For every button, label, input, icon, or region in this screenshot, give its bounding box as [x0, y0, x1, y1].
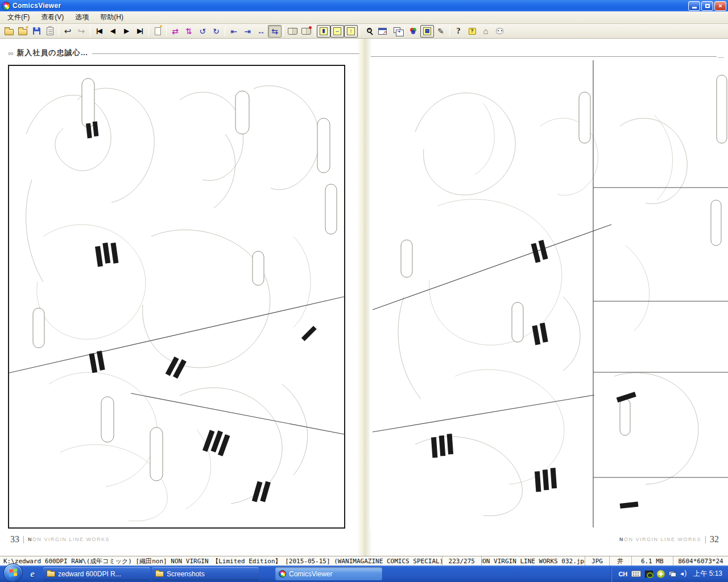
undo-icon: ↩	[64, 27, 72, 35]
header-rule	[92, 53, 359, 54]
language-indicator[interactable]: CH	[618, 571, 627, 577]
taskbar-task-screenshots[interactable]: Screenshots	[152, 567, 259, 580]
flip-horizontal-button[interactable]: ⇄	[168, 25, 182, 38]
trim-left-button[interactable]: ⇤	[227, 25, 241, 38]
open-archive-button[interactable]	[16, 25, 30, 38]
menu-help[interactable]: 帮助(H)	[95, 11, 129, 23]
network-icon[interactable]	[669, 571, 676, 577]
status-archive-path: K:\zedward 600DPI RAW\(成年コミック) [織田non] N…	[0, 556, 442, 566]
flip-vertical-button[interactable]: ⇅	[182, 25, 196, 38]
open-file-button[interactable]	[2, 25, 16, 38]
toolbar-separator	[359, 26, 360, 36]
antivirus-icon[interactable]	[657, 570, 665, 578]
footer-divider	[705, 536, 706, 543]
internet-explorer-icon[interactable]: e	[26, 568, 39, 580]
redo-button[interactable]: ↪	[75, 25, 88, 38]
clock: 上午 5:13	[693, 569, 722, 579]
tips-button[interactable]: ?	[465, 25, 479, 38]
extract-page-button[interactable]	[151, 25, 164, 38]
flip-v-icon: ⇅	[185, 27, 192, 35]
undo-button[interactable]: ↩	[61, 25, 75, 38]
save-button[interactable]	[30, 25, 43, 38]
home-g-icon: ⌂	[483, 27, 488, 35]
task-button-area: zedward 600DPI R...ScreenshotsComicsView…	[43, 567, 384, 580]
fit-page-button[interactable]: ▮	[317, 25, 330, 38]
mascot-icon	[496, 28, 503, 34]
toolbar-separator	[449, 26, 450, 36]
bookmark-open-button[interactable]	[286, 25, 299, 38]
edit-settings-button[interactable]: ✎	[434, 25, 448, 38]
bookmark-add-button[interactable]	[299, 25, 313, 38]
save-as-button[interactable]	[43, 25, 57, 38]
menu-options[interactable]: 选项	[70, 11, 94, 23]
book-red-icon	[301, 28, 311, 35]
task-label: zedward 600DPI R...	[58, 570, 121, 578]
menu-file[interactable]: 文件(F)	[2, 11, 35, 23]
close-button[interactable]: ×	[714, 1, 726, 11]
start-button[interactable]	[3, 563, 23, 582]
status-page-position: 223/275	[442, 556, 482, 566]
keyboard-icon[interactable]	[631, 571, 641, 577]
resize-window-button[interactable]	[375, 25, 389, 38]
color-adjust-button[interactable]	[407, 25, 420, 38]
two-page-mode-button[interactable]: ⇆	[268, 25, 282, 38]
menu-bar: 文件(F) 查看(V) 选项 帮助(H)	[0, 11, 728, 24]
rotate-left-button[interactable]: ↺	[196, 25, 209, 38]
prev-page-button[interactable]: ◀	[106, 25, 119, 38]
right-page-number: 32	[710, 534, 719, 544]
stretch-width-button[interactable]: ↔	[254, 25, 268, 38]
homepage-button[interactable]: ⌂	[479, 25, 493, 38]
fit-icon: ▮	[320, 27, 328, 35]
fit-icon: ▤	[423, 27, 431, 35]
page-list-button[interactable]	[389, 25, 403, 38]
footer-label-rest: ON VIRGIN LINE WORKS	[624, 537, 701, 542]
taskbar: e zedward 600DPI R...ScreenshotsComicsVi…	[0, 566, 728, 582]
status-format: JPG	[585, 556, 610, 566]
trim-right-icon: ⇥	[244, 27, 251, 35]
last-page-button[interactable]: ▶|	[133, 25, 147, 38]
status-mode: 井	[610, 556, 632, 566]
left-page-artwork	[8, 65, 345, 529]
toolbar-separator	[166, 26, 167, 36]
zoom-button[interactable]	[362, 25, 375, 38]
comic-spread-view[interactable]: ∞ 新入社員の忠誠心… …	[0, 39, 728, 556]
fit-width-button[interactable]: ↔	[330, 25, 344, 38]
trim-right-button[interactable]: ⇥	[241, 25, 254, 38]
nvidia-icon[interactable]	[645, 571, 653, 577]
ornament-icon: ∞	[8, 49, 13, 57]
right-page-footer: NON VIRGIN LINE WORKS 32	[619, 534, 719, 544]
stretch-icon: ↔	[257, 27, 265, 35]
nav-icon: ▶	[124, 28, 128, 34]
footer-label-initial: N	[619, 537, 624, 542]
app-icon	[279, 570, 286, 577]
cascade-icon	[394, 27, 400, 33]
rotate-right-button[interactable]: ↻	[209, 25, 223, 38]
status-filesize: 6.1 MB	[632, 556, 673, 566]
flip-h-icon: ⇄	[172, 27, 179, 35]
toolbar-separator	[283, 26, 284, 36]
toolbar-separator	[90, 26, 90, 36]
mascot-button[interactable]	[493, 25, 506, 38]
taskbar-task-zedward-600dpi-r-[interactable]: zedward 600DPI R...	[43, 567, 150, 580]
tray-icon-area	[631, 570, 688, 578]
fit-icon: ↕	[347, 27, 355, 35]
folder-new-icon	[18, 29, 27, 35]
fit-height-button[interactable]: ↕	[344, 25, 358, 38]
next-page-button[interactable]: ▶	[119, 25, 133, 38]
chapter-title: 新入社員の忠誠心…	[16, 48, 88, 58]
help-button[interactable]: ?	[452, 25, 465, 38]
volume-icon[interactable]	[680, 571, 688, 577]
taskbar-task-comicsviewer[interactable]: ComicsViewer	[275, 567, 382, 580]
header-rule	[371, 56, 717, 57]
clipboard-icon	[47, 27, 53, 35]
help-bubble-icon: ?	[469, 28, 476, 35]
page-new-icon	[155, 27, 161, 35]
minimize-button[interactable]	[688, 1, 700, 11]
nav-icon: |◀	[96, 28, 102, 34]
fit-icon: ↔	[333, 27, 341, 35]
background-color-button[interactable]: ▤	[420, 25, 434, 38]
restore-button[interactable]	[701, 1, 713, 11]
window-title: ComicsViewer	[13, 2, 61, 10]
first-page-button[interactable]: |◀	[92, 25, 106, 38]
menu-view[interactable]: 查看(V)	[36, 11, 69, 23]
